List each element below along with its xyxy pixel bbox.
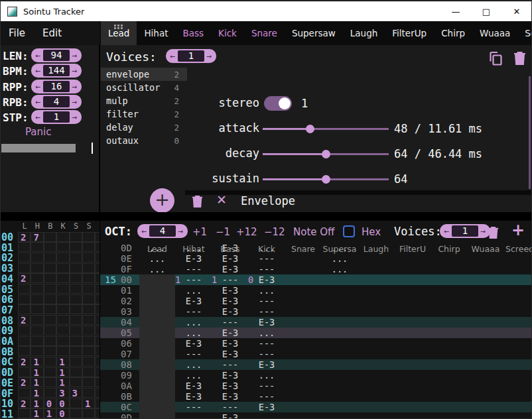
- stp-stepper[interactable]: ←1→: [31, 110, 82, 124]
- note-cell[interactable]: 1---: [212, 274, 248, 285]
- order-cell[interactable]: [70, 232, 82, 242]
- empty-pattern-cell[interactable]: [139, 296, 175, 306]
- bpm-stepper-value[interactable]: 144: [43, 65, 70, 76]
- order-cell[interactable]: 1: [31, 388, 43, 398]
- tab-kick[interactable]: Kick: [211, 21, 244, 45]
- order-cell[interactable]: [18, 304, 31, 314]
- order-cell[interactable]: [31, 294, 43, 304]
- len-stepper-value[interactable]: 94: [43, 50, 70, 61]
- order-cell[interactable]: 1: [31, 357, 43, 367]
- order-cell[interactable]: 1: [56, 377, 69, 387]
- stp-stepper-increase[interactable]: →: [70, 110, 80, 124]
- track-voices-stepper-value[interactable]: 1: [452, 225, 478, 237]
- order-cell[interactable]: [18, 263, 31, 273]
- note-cell[interactable]: E-3: [212, 328, 248, 338]
- order-cell[interactable]: 1: [31, 398, 43, 408]
- order-cell[interactable]: [44, 273, 56, 283]
- note-cell[interactable]: ---: [176, 402, 212, 412]
- panic-button[interactable]: Panic: [25, 126, 52, 138]
- order-cell[interactable]: [18, 336, 31, 346]
- order-cell[interactable]: [56, 232, 69, 242]
- order-cell[interactable]: 2: [18, 315, 31, 325]
- note-cell[interactable]: E-3: [176, 296, 212, 306]
- note-cell[interactable]: ---: [212, 402, 248, 412]
- order-cell[interactable]: [70, 253, 82, 263]
- order-cell[interactable]: [95, 367, 100, 377]
- order-cell[interactable]: [56, 336, 69, 346]
- order-cell[interactable]: [31, 315, 43, 325]
- empty-pattern-cell[interactable]: [139, 349, 175, 359]
- order-cell[interactable]: [95, 263, 100, 273]
- order-cell[interactable]: [70, 284, 82, 294]
- decay-slider[interactable]: [263, 153, 389, 155]
- note-cell[interactable]: E-3: [176, 381, 212, 391]
- order-cell[interactable]: [44, 357, 56, 367]
- order-cell[interactable]: [18, 346, 31, 356]
- note-cell[interactable]: E-3: [249, 317, 285, 328]
- minimize-button[interactable]: —: [440, 1, 471, 21]
- order-cell[interactable]: [95, 388, 100, 398]
- order-cell[interactable]: [82, 294, 95, 304]
- order-cell[interactable]: [95, 315, 100, 325]
- octave-stepper[interactable]: ←4→: [137, 224, 188, 238]
- tab-screech[interactable]: Screech: [517, 21, 532, 45]
- note-cell[interactable]: E-3: [212, 412, 248, 419]
- order-cell[interactable]: 7: [31, 232, 43, 242]
- empty-pattern-cell[interactable]: [139, 381, 175, 391]
- order-cell[interactable]: [56, 346, 69, 356]
- order-cell[interactable]: [70, 294, 82, 304]
- order-cell[interactable]: [44, 336, 56, 346]
- attack-slider-knob[interactable]: [306, 125, 314, 133]
- empty-pattern-cell[interactable]: [139, 391, 175, 402]
- note-cell[interactable]: E-3: [212, 285, 248, 296]
- note-cell[interactable]: E-3: [212, 391, 248, 402]
- order-cell[interactable]: [70, 357, 82, 367]
- order-cell[interactable]: 0: [56, 398, 69, 408]
- note-cell[interactable]: ...: [176, 317, 212, 328]
- order-cell[interactable]: [56, 304, 69, 314]
- note-cell[interactable]: E-3: [176, 338, 212, 349]
- order-cell[interactable]: [82, 336, 95, 346]
- maximize-button[interactable]: □: [471, 1, 501, 21]
- order-cell[interactable]: [70, 336, 82, 346]
- note-off-button[interactable]: Note Off: [293, 226, 334, 238]
- order-cell[interactable]: [56, 315, 69, 325]
- order-cell[interactable]: [70, 326, 82, 335]
- note-cell[interactable]: E-3: [176, 253, 212, 264]
- instrument-voices-stepper[interactable]: ←1→: [166, 49, 216, 63]
- order-cell[interactable]: 0: [56, 408, 69, 418]
- order-cell[interactable]: [82, 232, 95, 242]
- order-cell[interactable]: 1: [44, 408, 56, 418]
- note-cell[interactable]: E-3: [249, 402, 285, 412]
- unit-row-oscillator[interactable]: oscillator4: [101, 81, 187, 94]
- tab-chirp[interactable]: Chirp: [434, 21, 472, 45]
- order-cell[interactable]: [44, 232, 56, 242]
- note-cell[interactable]: ...: [176, 370, 212, 381]
- empty-pattern-cell[interactable]: [139, 402, 175, 412]
- order-cell[interactable]: [56, 253, 69, 263]
- order-cell[interactable]: [18, 284, 31, 294]
- note-cell[interactable]: ---: [176, 264, 212, 274]
- order-cell[interactable]: [70, 304, 82, 314]
- note-cell[interactable]: ---: [176, 306, 212, 317]
- rpb-stepper-value[interactable]: 4: [43, 96, 70, 107]
- order-cell[interactable]: [31, 304, 43, 314]
- note-cell[interactable]: ---: [176, 349, 212, 359]
- instrument-voices-stepper-increase[interactable]: →: [204, 49, 214, 63]
- close-button[interactable]: ✕: [501, 1, 532, 21]
- order-cell[interactable]: [70, 398, 82, 408]
- order-cell[interactable]: [44, 253, 56, 263]
- order-cell[interactable]: [95, 408, 100, 418]
- order-cell[interactable]: [95, 336, 100, 346]
- delete-instrument-icon[interactable]: [513, 50, 527, 66]
- decay-slider-knob[interactable]: [322, 150, 330, 158]
- tab-wuaaa[interactable]: Wuaaa: [472, 21, 517, 45]
- note-cell[interactable]: ---: [212, 317, 248, 328]
- order-cell[interactable]: [95, 357, 100, 367]
- delete-track-icon[interactable]: [487, 225, 499, 239]
- order-cell[interactable]: [56, 263, 69, 273]
- note-cell[interactable]: E-3: [249, 359, 285, 370]
- note-cell[interactable]: ...: [322, 253, 358, 264]
- order-cell[interactable]: 1: [56, 357, 69, 367]
- note-cell[interactable]: ---: [212, 359, 248, 370]
